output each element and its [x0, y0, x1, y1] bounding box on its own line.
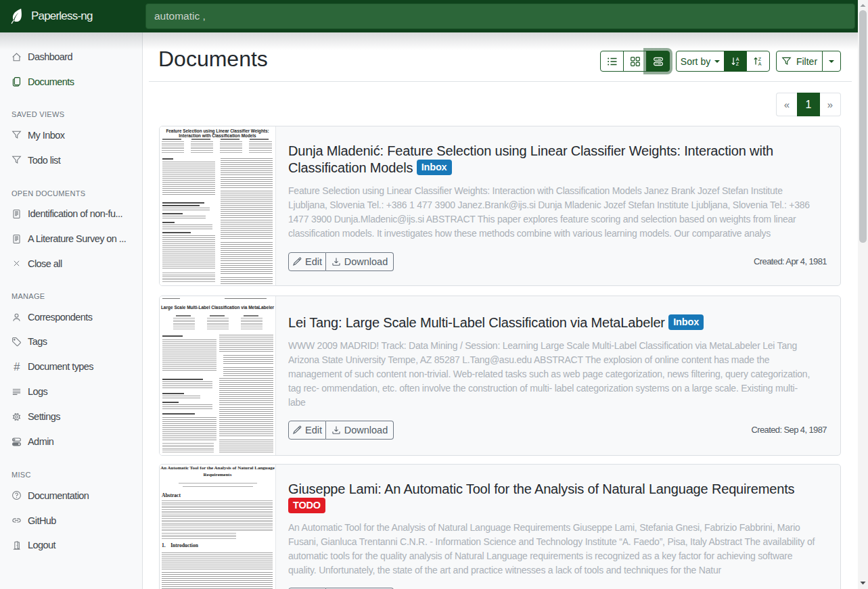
svg-text:Z: Z [758, 57, 762, 62]
svg-text:A: A [735, 57, 739, 62]
svg-text:Z: Z [735, 62, 739, 66]
svg-text:A: A [758, 62, 762, 66]
